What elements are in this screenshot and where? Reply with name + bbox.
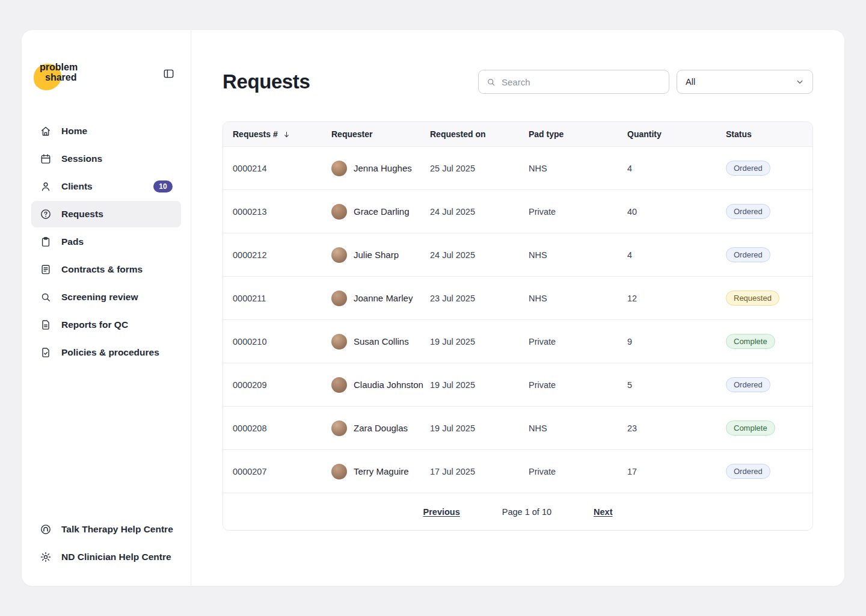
- requester-name: Julie Sharp: [354, 250, 399, 260]
- requested-on: 25 Jul 2025: [430, 164, 529, 173]
- column-header-pad-type: Pad type: [529, 129, 627, 139]
- sidebar-item-home[interactable]: Home: [31, 118, 181, 144]
- status-badge: Ordered: [726, 464, 770, 479]
- column-header-quantity: Quantity: [627, 129, 726, 139]
- requested-on: 19 Jul 2025: [430, 424, 529, 433]
- magnifier-icon: [40, 291, 52, 303]
- sidebar-item-screening-review[interactable]: Screening review: [31, 284, 181, 310]
- sidebar-item-pads[interactable]: Pads: [31, 229, 181, 255]
- status-badge: Ordered: [726, 377, 770, 392]
- pad-type: Private: [529, 337, 627, 346]
- brand-logo[interactable]: problem shared: [34, 63, 100, 91]
- sidebar-item-reports-for-qc[interactable]: Reports for QC: [31, 312, 181, 338]
- report-document-icon: [40, 319, 52, 331]
- status-cell: Ordered: [726, 204, 803, 219]
- next-page-link[interactable]: Next: [594, 507, 612, 517]
- previous-page-link[interactable]: Previous: [423, 507, 460, 517]
- pad-type: NHS: [529, 294, 627, 303]
- status-filter-value: All: [686, 77, 695, 87]
- avatar: [331, 161, 347, 176]
- calendar-icon: [40, 153, 52, 165]
- pad-type: NHS: [529, 424, 627, 433]
- requester-name: Claudia Johnston: [354, 380, 423, 390]
- column-header-status: Status: [726, 129, 803, 139]
- status-cell: Ordered: [726, 161, 803, 176]
- request-number: 0000209: [233, 380, 331, 390]
- chevron-down-icon: [794, 76, 805, 87]
- quantity: 12: [627, 294, 726, 303]
- column-label: Quantity: [627, 129, 662, 139]
- status-badge: Ordered: [726, 204, 770, 219]
- status-cell: Ordered: [726, 247, 803, 262]
- sidebar-item-requests[interactable]: Requests: [31, 201, 181, 227]
- requester-name: Grace Darling: [354, 206, 410, 217]
- main-content: Requests All Requests # Requester: [191, 30, 844, 586]
- logo-line1: problem: [40, 63, 100, 73]
- requester-cell: Grace Darling: [331, 204, 430, 220]
- request-number: 0000212: [233, 250, 331, 260]
- column-label: Requests #: [233, 129, 278, 139]
- requester-cell: Claudia Johnston: [331, 377, 430, 393]
- sidebar-collapse-icon: [162, 67, 175, 82]
- sidebar-item-contracts-forms[interactable]: Contracts & forms: [31, 256, 181, 283]
- status-badge: Ordered: [726, 161, 770, 176]
- requester-cell: Jenna Hughes: [331, 161, 430, 176]
- requests-table: Requests # Requester Requested on Pad ty…: [223, 122, 813, 531]
- document-check-icon: [40, 346, 52, 359]
- table-row[interactable]: 0000211 Joanne Marley 23 Jul 2025 NHS 12…: [223, 277, 812, 320]
- requester-name: Terry Maguire: [354, 466, 409, 476]
- table-row[interactable]: 0000212 Julie Sharp 24 Jul 2025 NHS 4 Or…: [223, 233, 812, 277]
- logo-text: problem shared: [34, 63, 100, 83]
- sidebar-nav: Home Sessions Clients 10 Requests Pads C…: [31, 118, 181, 366]
- requester-name: Susan Collins: [354, 336, 409, 346]
- sidebar-item-nd-clinician-help-centre[interactable]: ND Clinician Help Centre: [31, 544, 181, 570]
- request-number: 0000211: [233, 294, 331, 303]
- search-box: [478, 70, 669, 94]
- column-header-request-number[interactable]: Requests #: [233, 129, 331, 139]
- requester-cell: Zara Douglas: [331, 420, 430, 436]
- avatar: [331, 377, 347, 393]
- table-body: 0000214 Jenna Hughes 25 Jul 2025 NHS 4 O…: [223, 147, 812, 493]
- sidebar-collapse-button[interactable]: [161, 66, 176, 83]
- status-badge: Ordered: [726, 247, 770, 262]
- sidebar-footer: Talk Therapy Help Centre ND Clinician He…: [31, 516, 181, 570]
- request-number: 0000207: [233, 467, 331, 476]
- column-header-requester: Requester: [331, 129, 430, 139]
- sidebar-item-policies-procedures[interactable]: Policies & procedures: [31, 339, 181, 366]
- clipboard-icon: [40, 236, 52, 248]
- requester-name: Zara Douglas: [354, 423, 408, 433]
- status-badge: Complete: [726, 420, 775, 436]
- count-badge: 10: [153, 180, 173, 192]
- sidebar-header: problem shared: [31, 63, 181, 91]
- status-filter-dropdown[interactable]: All: [677, 70, 813, 94]
- avatar: [331, 464, 347, 479]
- app-window: problem shared Home Sessions Clients 10 …: [22, 30, 844, 586]
- sidebar: problem shared Home Sessions Clients 10 …: [22, 30, 191, 586]
- avatar: [331, 204, 347, 220]
- table-row[interactable]: 0000208 Zara Douglas 19 Jul 2025 NHS 23 …: [223, 407, 812, 450]
- sidebar-item-clients[interactable]: Clients 10: [31, 173, 181, 200]
- requester-name: Jenna Hughes: [354, 163, 412, 173]
- table-row[interactable]: 0000214 Jenna Hughes 25 Jul 2025 NHS 4 O…: [223, 147, 812, 190]
- gear-icon: [40, 551, 52, 563]
- request-number: 0000210: [233, 337, 331, 346]
- request-number: 0000213: [233, 207, 331, 217]
- search-input[interactable]: [502, 77, 662, 87]
- table-row[interactable]: 0000210 Susan Collins 19 Jul 2025 Privat…: [223, 320, 812, 363]
- quantity: 4: [627, 250, 726, 260]
- sidebar-item-sessions[interactable]: Sessions: [31, 146, 181, 172]
- pad-type: NHS: [529, 164, 627, 173]
- page-indicator: Page 1 of 10: [502, 507, 551, 517]
- requester-name: Joanne Marley: [354, 293, 413, 303]
- question-circle-icon: [40, 208, 52, 220]
- requested-on: 17 Jul 2025: [430, 467, 529, 476]
- status-badge: Complete: [726, 334, 775, 349]
- table-row[interactable]: 0000213 Grace Darling 24 Jul 2025 Privat…: [223, 190, 812, 233]
- table-row[interactable]: 0000207 Terry Maguire 17 Jul 2025 Privat…: [223, 450, 812, 493]
- sort-descending-icon[interactable]: [282, 130, 291, 139]
- user-icon: [40, 180, 52, 192]
- page-title: Requests: [223, 70, 310, 93]
- header-controls: All: [478, 70, 813, 94]
- table-row[interactable]: 0000209 Claudia Johnston 19 Jul 2025 Pri…: [223, 363, 812, 407]
- sidebar-item-talk-therapy-help-centre[interactable]: Talk Therapy Help Centre: [31, 516, 181, 543]
